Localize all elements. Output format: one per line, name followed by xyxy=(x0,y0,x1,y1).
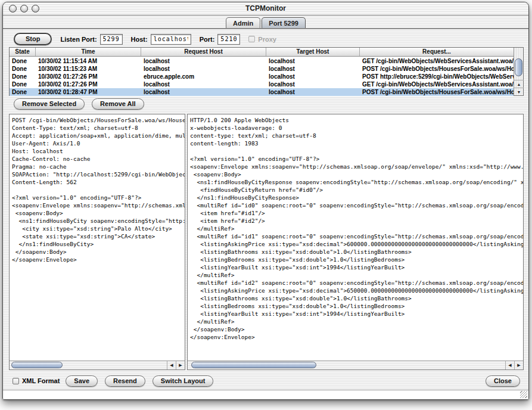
table-cell-time: 10/30/02 01:27:26 PM xyxy=(36,73,141,80)
scroll-right-icon[interactable]: ▶ xyxy=(176,361,185,369)
table-cell-target_host: localhost xyxy=(266,65,360,73)
column-header-time[interactable]: Time xyxy=(36,48,141,56)
table-cell-target_host: localhost xyxy=(266,57,360,65)
table-row[interactable]: Done10/30/02 11:15:23 AMlocalhostlocalho… xyxy=(10,65,514,73)
column-header-request[interactable]: Request... xyxy=(360,48,514,56)
request-text: POST /cgi-bin/WebObjects/HousesForSale.w… xyxy=(10,114,185,352)
title-bar[interactable]: TCPMonitor xyxy=(3,2,528,15)
table-cell-target_host: localhost xyxy=(266,88,360,96)
scrollbar-thumb[interactable] xyxy=(11,362,63,368)
response-horizontal-scrollbar[interactable]: ◀ ▶ xyxy=(188,361,523,369)
table-cell-request: GET /cgi-bin/WebObjects/WebServicesAssis… xyxy=(360,57,514,65)
xml-format-checkbox[interactable] xyxy=(13,378,19,384)
scroll-down-icon[interactable]: ▼ xyxy=(514,88,524,95)
stop-button[interactable]: Stop xyxy=(14,33,52,45)
switch-layout-button[interactable]: Switch Layout xyxy=(153,375,214,387)
table-body: Done10/30/02 11:15:14 AMlocalhostlocalho… xyxy=(10,57,514,96)
window-title: TCPMonitor xyxy=(3,4,528,13)
table-cell-time: 10/30/02 11:15:23 AM xyxy=(36,65,141,73)
table-header: State Time Request Host Target Host Requ… xyxy=(10,48,514,57)
remove-all-button[interactable]: Remove All xyxy=(92,98,144,110)
bottom-toolbar: XML Format Save Resend Switch Layout xyxy=(3,373,528,389)
resend-button[interactable]: Resend xyxy=(105,375,145,387)
table-row[interactable]: Done10/30/02 01:27:26 PMebruce.apple.com… xyxy=(10,73,514,80)
scroll-left-icon[interactable]: ◀ xyxy=(505,361,514,369)
scroll-up-icon[interactable]: ▲ xyxy=(514,80,524,88)
window-bottom-strip xyxy=(3,390,528,399)
table-cell-time: 10/30/02 11:15:14 AM xyxy=(36,57,141,65)
table-cell-request_host: localhost xyxy=(141,80,266,88)
table-cell-request_host: localhost xyxy=(141,65,266,73)
xml-format-label: XML Format xyxy=(22,377,60,384)
table-cell-state: Done xyxy=(10,73,36,80)
table-cell-request_host: localhost xyxy=(141,88,266,96)
port-label: Port: xyxy=(200,36,215,43)
scrollbar-thumb[interactable] xyxy=(191,362,316,368)
connections-table: State Time Request Host Target Host Requ… xyxy=(9,47,524,96)
proxy-checkbox[interactable] xyxy=(248,36,255,42)
table-cell-time: 10/30/02 01:28:47 PM xyxy=(36,88,141,96)
tab-bar: Admin Port 5299 xyxy=(3,15,528,29)
remove-selected-button[interactable]: Remove Selected xyxy=(14,98,85,110)
response-text-pane[interactable]: HTTP/1.0 200 Apple WebObjects x-webobjec… xyxy=(187,114,524,370)
connection-toolbar: Stop Listen Port: Host: Port: Proxy xyxy=(3,29,528,49)
scroll-left-icon[interactable]: ◀ xyxy=(167,361,176,369)
table-cell-request_host: localhost xyxy=(141,57,266,65)
table-cell-time: 10/30/02 01:27:26 PM xyxy=(36,80,141,88)
table-cell-request: GET /cgi-bin/WebObjects/WebServicesAssis… xyxy=(360,80,514,88)
table-cell-request: POST /cgi-bin/WebObjects/HousesForSale.w… xyxy=(360,65,514,73)
resize-grip[interactable] xyxy=(520,391,527,398)
column-header-request-host[interactable]: Request Host xyxy=(141,48,266,56)
close-button[interactable]: Close xyxy=(486,375,520,387)
host-label: Host: xyxy=(131,36,148,43)
table-cell-target_host: localhost xyxy=(266,73,360,80)
listen-port-label: Listen Port: xyxy=(60,36,97,43)
scrollbar-thumb[interactable] xyxy=(515,58,522,76)
listen-port-input[interactable] xyxy=(100,34,123,45)
request-text-pane[interactable]: POST /cgi-bin/WebObjects/HousesForSale.w… xyxy=(9,114,185,370)
table-cell-request: POST http://ebruce:5299/cgi-bin/WebObjec… xyxy=(360,73,514,80)
column-header-state[interactable]: State xyxy=(10,48,36,56)
host-input[interactable] xyxy=(151,34,191,45)
table-cell-request_host: ebruce.apple.com xyxy=(141,73,266,80)
table-cell-state: Done xyxy=(10,80,36,88)
table-vertical-scrollbar[interactable]: ▲ ▼ xyxy=(514,48,523,95)
table-row[interactable]: Done10/30/02 01:27:26 PMlocalhostlocalho… xyxy=(10,80,514,88)
proxy-label: Proxy xyxy=(258,36,276,43)
table-cell-state: Done xyxy=(10,57,36,65)
save-button[interactable]: Save xyxy=(66,375,98,387)
scroll-right-icon[interactable]: ▶ xyxy=(514,361,523,369)
remove-buttons-row: Remove Selected Remove All xyxy=(14,98,144,110)
request-horizontal-scrollbar[interactable]: ◀ ▶ xyxy=(10,361,185,369)
tcpmonitor-window: TCPMonitor Admin Port 5299 Stop Listen P… xyxy=(2,2,529,400)
table-cell-target_host: localhost xyxy=(266,80,360,88)
table-cell-state: Done xyxy=(10,65,36,73)
table-row[interactable]: Done10/30/02 11:15:14 AMlocalhostlocalho… xyxy=(10,57,514,65)
tab-admin[interactable]: Admin xyxy=(226,17,260,28)
table-cell-state: Done xyxy=(10,88,36,96)
tab-port-5299[interactable]: Port 5299 xyxy=(262,17,306,28)
table-row[interactable]: Done10/30/02 01:28:47 PMlocalhostlocalho… xyxy=(10,88,514,96)
port-input[interactable] xyxy=(217,34,240,45)
column-header-target-host[interactable]: Target Host xyxy=(266,48,360,56)
table-cell-request: POST /cgi-bin/WebObjects/HousesForSale.w… xyxy=(360,88,514,96)
response-text: HTTP/1.0 200 Apple WebObjects x-webobjec… xyxy=(188,114,523,352)
